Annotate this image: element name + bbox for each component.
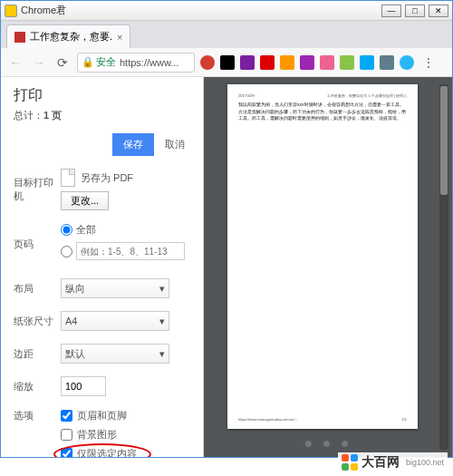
tab-title: 工作愈复杂，愈要...	[30, 30, 111, 44]
window-title: Chrome君	[21, 4, 381, 17]
print-preview: 2017/10/9 工作愈复杂，愈要简化为 5 个步骤去处理 | 经理人 我以简…	[204, 77, 452, 457]
preview-page: 2017/10/9 工作愈复杂，愈要简化为 5 个步骤去处理 | 经理人 我以简…	[227, 84, 418, 429]
tab-favicon	[14, 32, 25, 43]
window-maximize-button[interactable]: □	[405, 5, 425, 17]
watermark-logo	[342, 454, 358, 471]
cancel-button[interactable]: 取消	[158, 133, 192, 156]
change-destination-button[interactable]: 更改...	[61, 191, 109, 210]
option-headerfooter-label: 页眉和页脚	[77, 409, 127, 423]
scale-input[interactable]	[61, 376, 106, 396]
scale-label: 缩放	[14, 380, 61, 393]
margin-select[interactable]: 默认 ▾	[61, 344, 169, 364]
app-icon	[5, 5, 17, 17]
menu-button[interactable]: ⋮	[419, 53, 438, 72]
margin-label: 边距	[14, 347, 61, 361]
save-button[interactable]: 保存	[112, 133, 154, 156]
preview-pager-dots: ● ● ●	[304, 435, 352, 452]
extension-icon[interactable]	[380, 55, 394, 70]
url-text: https://www...	[120, 57, 178, 68]
page-footer-pagenum: 1/1	[401, 417, 407, 422]
extension-icon[interactable]	[260, 55, 275, 70]
pages-range-radio[interactable]	[61, 246, 72, 257]
forward-button[interactable]: →	[30, 53, 48, 72]
extension-icon[interactable]	[220, 55, 235, 70]
option-headerfooter-checkbox[interactable]	[61, 410, 72, 422]
browser-tab[interactable]: 工作愈复杂，愈要... ×	[6, 24, 130, 48]
option-selection-label: 仅限选定内容	[77, 447, 137, 457]
extension-icon[interactable]	[360, 55, 374, 70]
browser-toolbar: ← → ⟳ 🔒 安全 https://www... ⋮	[1, 48, 452, 77]
extension-icon[interactable]	[240, 55, 255, 70]
secure-indicator: 🔒 安全	[82, 55, 116, 69]
print-title: 打印	[14, 86, 192, 105]
address-bar[interactable]: 🔒 安全 https://www...	[77, 53, 195, 73]
option-selection-checkbox[interactable]	[61, 448, 72, 457]
watermark-domain: big100.net	[406, 458, 444, 467]
reload-button[interactable]: ⟳	[53, 53, 72, 72]
extensions-row: ⋮	[200, 53, 438, 72]
watermark: 大百网 big100.net	[338, 452, 448, 472]
watermark-brand: 大百网	[361, 454, 400, 471]
extension-icon[interactable]	[320, 55, 334, 70]
lock-icon: 🔒	[82, 56, 94, 68]
extension-icon[interactable]	[400, 55, 414, 70]
extension-icon[interactable]	[340, 55, 354, 70]
destination-label: 目标打印机	[14, 176, 61, 203]
preview-scroll-thumb[interactable]	[440, 86, 448, 195]
page-header-title: 工作愈复杂，愈要简化为 5 个步骤去处理 | 经理人	[327, 93, 407, 98]
layout-select[interactable]: 纵向 ▾	[61, 278, 169, 298]
extension-icon[interactable]	[200, 55, 215, 70]
pages-all-radio[interactable]	[61, 224, 72, 236]
pages-all-label: 全部	[76, 223, 96, 237]
preview-scrollbar[interactable]	[439, 84, 448, 450]
extension-icon[interactable]	[300, 55, 314, 70]
window-minimize-button[interactable]: —	[381, 5, 401, 17]
options-label: 选项	[14, 409, 61, 423]
paper-select[interactable]: A4 ▾	[61, 311, 169, 331]
window-titlebar: Chrome君 — □ ✕	[1, 1, 452, 21]
extension-icon[interactable]	[280, 55, 294, 70]
chevron-down-icon: ▾	[159, 348, 165, 360]
print-total: 总计：1 页	[14, 109, 192, 122]
page-footer-url: https://www.managertoday.com.tw/...	[238, 417, 297, 422]
page-body-text: 我以简驭繁为例，当人们形容xxx时随时讲，会很容易想出方法，但需要一套工具。方法…	[238, 102, 407, 122]
pages-range-input[interactable]	[76, 242, 185, 260]
chevron-down-icon: ▾	[159, 316, 165, 327]
tab-close-button[interactable]: ×	[117, 32, 122, 43]
paper-label: 纸张尺寸	[14, 315, 61, 328]
pages-label: 页码	[14, 238, 61, 251]
window-close-button[interactable]: ✕	[429, 5, 448, 17]
layout-label: 布局	[14, 282, 61, 296]
pdf-icon	[61, 169, 75, 187]
option-background-label: 背景图形	[77, 428, 117, 442]
back-button[interactable]: ←	[6, 53, 24, 72]
secure-label: 安全	[96, 55, 116, 69]
chevron-down-icon: ▾	[159, 283, 165, 295]
destination-value: 另存为 PDF	[81, 171, 133, 185]
print-sidebar: 打印 总计：1 页 保存 取消 目标打印机 另存为 PDF 更改...	[1, 77, 204, 457]
option-background-checkbox[interactable]	[61, 429, 72, 441]
page-header-date: 2017/10/9	[238, 93, 255, 98]
tab-bar: 工作愈复杂，愈要... ×	[1, 21, 452, 48]
